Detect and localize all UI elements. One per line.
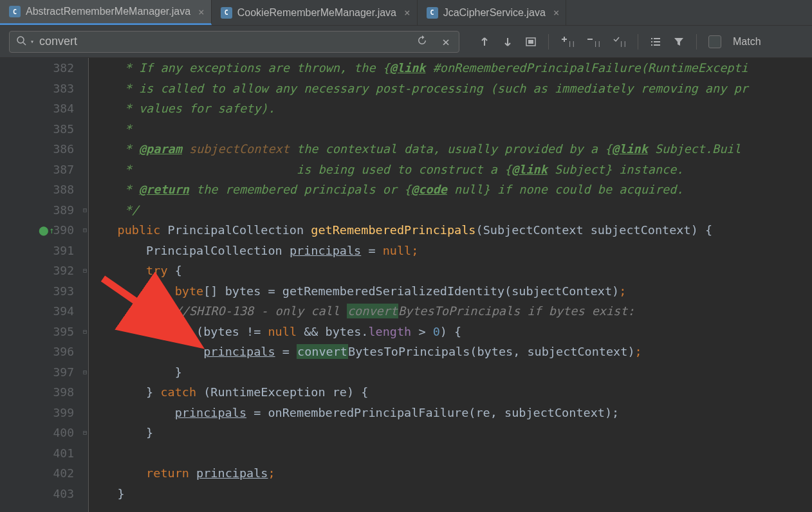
code-line[interactable]: * values for safety). xyxy=(89,98,812,119)
line-number: 393 xyxy=(53,284,74,298)
tab-label: CookieRememberMeManager.java xyxy=(237,7,396,19)
next-occurrence-icon[interactable] xyxy=(502,36,513,48)
prev-occurrence-icon[interactable] xyxy=(479,36,490,48)
remove-selection-icon[interactable]: || xyxy=(586,35,600,48)
code-text: @link xyxy=(390,61,426,75)
gutter-line[interactable]: 396 xyxy=(0,342,88,362)
fold-icon[interactable]: ⊟ xyxy=(83,267,87,274)
code-line[interactable]: //SHIRO-138 - only call convertBytesToPr… xyxy=(89,301,812,322)
code-line[interactable]: } catch (RuntimeException re) { xyxy=(89,382,812,403)
close-icon[interactable]: × xyxy=(198,6,205,18)
line-number: 397 xyxy=(53,365,74,379)
code-text: SubjectContext xyxy=(483,223,591,237)
code-line[interactable]: * @return the remembered principals or {… xyxy=(89,179,812,200)
line-number: 402 xyxy=(53,466,74,480)
code-line[interactable]: } xyxy=(89,484,812,504)
filter-icon[interactable] xyxy=(673,36,685,48)
search-input[interactable] xyxy=(39,35,416,48)
code-text: ; xyxy=(268,466,275,480)
code-area[interactable]: * If any exceptions are thrown, the {@li… xyxy=(89,58,812,512)
code-line[interactable]: * is called to allow any necessary post-… xyxy=(89,78,812,99)
tab-abstract-remember-me[interactable]: C AbstractRememberMeManager.java × xyxy=(0,0,212,25)
code-text: * is being used to construct a { xyxy=(89,163,512,176)
svg-text:||: || xyxy=(568,41,575,47)
gutter-line[interactable]: 395⊟ xyxy=(0,322,88,342)
toolbar-divider xyxy=(638,34,638,50)
gutter-line[interactable]: 388 xyxy=(0,179,88,200)
code-line[interactable]: PrincipalCollection principals = null; xyxy=(89,241,812,261)
gutter-line[interactable]: 401 xyxy=(0,443,88,464)
code-text: subjectContext xyxy=(182,142,290,156)
gutter-line[interactable]: 397⊟ xyxy=(0,362,88,383)
code-line[interactable]: * xyxy=(89,119,812,140)
code-line[interactable]: if (bytes != null && bytes.length > 0) { xyxy=(89,322,812,342)
gutter-line[interactable]: 382 xyxy=(0,58,88,78)
gutter-line[interactable]: 386 xyxy=(0,139,88,160)
match-case-checkbox[interactable] xyxy=(708,35,721,48)
gutter-line[interactable]: 387 xyxy=(0,160,88,180)
editor-area: 382 383 384 385 386 387 388 389⊟ ⬤↑390⊟ … xyxy=(0,58,812,512)
code-text: byte xyxy=(175,284,204,298)
gutter-line[interactable]: 399 xyxy=(0,403,88,423)
fold-icon[interactable]: ⊟ xyxy=(83,226,87,233)
line-number: 401 xyxy=(53,446,74,460)
close-icon[interactable]: × xyxy=(404,6,411,19)
code-line[interactable] xyxy=(89,443,812,464)
search-history-icon[interactable] xyxy=(416,35,428,49)
code-line[interactable]: public PrincipalCollection getRemembered… xyxy=(89,220,812,241)
tab-cookie-remember-me[interactable]: C CookieRememberMeManager.java × xyxy=(212,0,418,25)
code-text: BytesToPrincipals(bytes, subjectContext) xyxy=(348,345,635,358)
code-text: } xyxy=(146,385,160,399)
code-text: > xyxy=(411,325,432,338)
code-line[interactable]: } xyxy=(89,423,812,443)
tab-jca-cipher-service[interactable]: C JcaCipherService.java × xyxy=(418,0,567,25)
line-number: 403 xyxy=(53,487,74,500)
gutter-line[interactable]: 391 xyxy=(0,241,88,261)
fold-icon[interactable]: ⊟ xyxy=(83,328,87,335)
fold-icon[interactable]: ⊟ xyxy=(83,369,87,376)
code-line[interactable]: principals = onRememberedPrincipalFailur… xyxy=(89,403,812,423)
code-line[interactable]: * is being used to construct a {@link Su… xyxy=(89,160,812,180)
gutter-line[interactable]: 383 xyxy=(0,78,88,99)
search-icon xyxy=(16,35,26,48)
add-selection-icon[interactable]: || xyxy=(560,35,575,48)
gutter-line[interactable]: ⬤↑390⊟ xyxy=(0,220,88,241)
select-all-icon[interactable] xyxy=(525,36,537,48)
code-text: * xyxy=(89,122,132,136)
toggle-list-icon[interactable] xyxy=(650,36,661,48)
line-number: 392 xyxy=(53,264,74,277)
fold-icon[interactable]: ⊟ xyxy=(83,429,87,436)
code-text: } xyxy=(89,426,153,439)
override-indicator-icon[interactable]: ⬤↑ xyxy=(39,225,54,235)
gutter-line[interactable]: 389⊟ xyxy=(0,200,88,221)
code-line[interactable]: return principals; xyxy=(89,463,812,484)
gutter-line[interactable]: 403 xyxy=(0,484,88,504)
gutter-line[interactable]: 400⊟ xyxy=(0,423,88,443)
code-text: @code xyxy=(411,183,447,196)
code-text: length xyxy=(368,325,411,338)
search-input-container[interactable]: ▾ × xyxy=(9,31,459,53)
code-line[interactable]: * @param subjectContext the contextual d… xyxy=(89,139,812,160)
close-icon[interactable]: × xyxy=(553,6,560,19)
code-text xyxy=(89,304,175,318)
gutter-line[interactable]: 398 xyxy=(0,382,88,403)
gutter-line[interactable]: 402 xyxy=(0,463,88,484)
select-all-occurrences-icon[interactable]: || xyxy=(612,35,626,48)
gutter-line[interactable]: 392⊟ xyxy=(0,261,88,281)
chevron-down-icon[interactable]: ▾ xyxy=(30,38,34,45)
clear-search-icon[interactable]: × xyxy=(442,34,450,50)
code-line[interactable]: try { xyxy=(89,261,812,281)
code-line[interactable]: */ xyxy=(89,200,812,221)
code-line[interactable]: byte[] bytes = getRememberedSerializedId… xyxy=(89,281,812,302)
code-text: principals xyxy=(175,406,246,419)
line-number: 389 xyxy=(53,203,74,217)
gutter-line[interactable]: 394 xyxy=(0,301,88,322)
gutter-line[interactable]: 384 xyxy=(0,98,88,119)
gutter-line[interactable]: 385 xyxy=(0,119,88,140)
code-line[interactable]: * If any exceptions are thrown, the {@li… xyxy=(89,58,812,78)
gutter-line[interactable]: 393 xyxy=(0,281,88,302)
fold-icon[interactable]: ⊟ xyxy=(83,206,87,214)
svg-text:||: || xyxy=(620,41,626,47)
code-line[interactable]: } xyxy=(89,362,812,383)
code-line[interactable]: principals = convertBytesToPrincipals(by… xyxy=(89,342,812,362)
